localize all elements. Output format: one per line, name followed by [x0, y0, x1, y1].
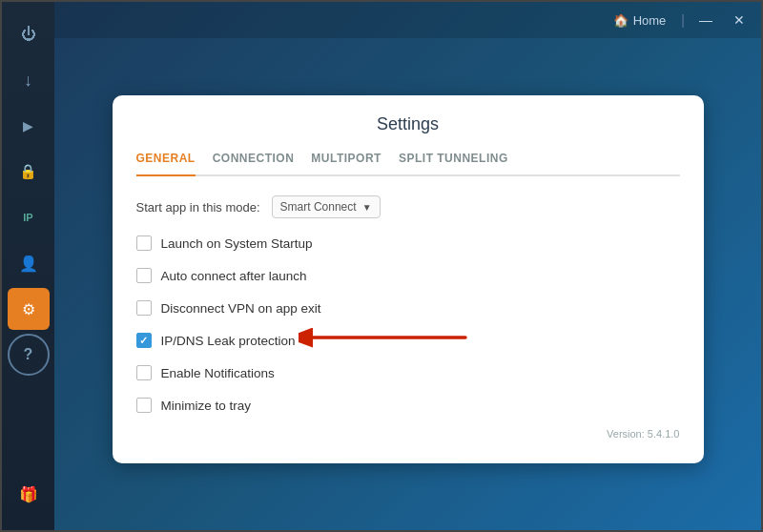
power-icon: ⏻	[21, 26, 36, 43]
tab-multiport[interactable]: MULTIPORT	[311, 150, 382, 167]
settings-panel: Settings GENERAL CONNECTION MULTIPORT SP…	[113, 95, 704, 463]
tab-connection[interactable]: CONNECTION	[213, 150, 295, 167]
sidebar-item-user[interactable]: 👤	[8, 242, 50, 284]
tabs-container: GENERAL CONNECTION MULTIPORT SPLIT TUNNE…	[136, 150, 680, 176]
label-auto-connect[interactable]: Auto connect after launch	[161, 269, 307, 283]
checkbox-minimize-tray[interactable]	[136, 398, 152, 413]
version-label: Version: 5.4.1.0	[136, 428, 680, 440]
home-label: Home	[633, 13, 667, 28]
app-container: ⏻ ↓ ▶ 🔒 IP 👤 ⚙ ? 🎁 🏠	[2, 2, 761, 530]
checkbox-row-launch-startup: Launch on System Startup	[136, 234, 680, 253]
play-icon: ▶	[23, 118, 33, 133]
settings-icon: ⚙	[22, 300, 35, 318]
checkbox-row-auto-connect: Auto connect after launch	[136, 266, 680, 285]
label-notifications[interactable]: Enable Notifications	[161, 366, 275, 380]
checkbox-row-notifications: Enable Notifications	[136, 363, 680, 382]
home-button[interactable]: 🏠 Home	[606, 10, 674, 31]
label-ip-dns[interactable]: IP/DNS Leak protection	[161, 334, 296, 348]
lock-icon: 🔒	[19, 163, 37, 180]
label-minimize-tray[interactable]: Minimize to tray	[161, 399, 252, 413]
user-icon: 👤	[19, 255, 38, 273]
minimize-button[interactable]: —	[692, 10, 719, 31]
checkbox-row-minimize-tray: Minimize to tray	[136, 396, 680, 415]
top-bar: 🏠 Home | — ✕	[54, 2, 761, 38]
main-area: 🏠 Home | — ✕ Settings GENERAL CONNECTION…	[54, 2, 761, 530]
settings-title: Settings	[136, 114, 680, 134]
checkbox-auto-connect[interactable]	[136, 268, 152, 283]
tab-split-tunneling[interactable]: SPLIT TUNNELING	[399, 150, 508, 167]
start-mode-value: Smart Connect	[280, 200, 357, 214]
checkbox-row-disconnect-exit: Disconnect VPN on app exit	[136, 298, 680, 317]
sidebar-item-lock[interactable]: 🔒	[8, 151, 50, 193]
ip-icon: IP	[23, 212, 32, 223]
home-icon: 🏠	[613, 13, 629, 28]
sidebar-item-help[interactable]: ?	[8, 334, 50, 376]
content-area: Settings GENERAL CONNECTION MULTIPORT SP…	[54, 38, 761, 530]
sidebar-item-power[interactable]: ⏻	[8, 13, 50, 55]
start-mode-row: Start app in this mode: Smart Connect ▼	[136, 195, 680, 218]
tab-general[interactable]: GENERAL	[136, 150, 196, 176]
close-button[interactable]: ✕	[727, 10, 752, 31]
gift-icon: 🎁	[19, 485, 38, 503]
label-disconnect-exit[interactable]: Disconnect VPN on app exit	[161, 301, 321, 316]
checkbox-launch-startup[interactable]	[136, 235, 152, 251]
checkbox-row-ip-dns: IP/DNS Leak protection	[136, 331, 680, 350]
sidebar-item-play[interactable]: ▶	[8, 105, 50, 147]
start-mode-label: Start app in this mode:	[136, 200, 260, 215]
red-arrow-annotation	[299, 323, 470, 352]
sidebar-item-settings[interactable]: ⚙	[8, 288, 50, 330]
checkbox-notifications[interactable]	[136, 365, 152, 380]
start-mode-select[interactable]: Smart Connect ▼	[272, 195, 381, 218]
checkbox-ip-dns[interactable]	[136, 333, 152, 348]
download-icon: ↓	[24, 71, 32, 91]
sidebar-item-gift[interactable]: 🎁	[8, 473, 50, 515]
sidebar-item-download[interactable]: ↓	[8, 59, 50, 101]
label-launch-startup[interactable]: Launch on System Startup	[161, 236, 313, 251]
sidebar-item-ip[interactable]: IP	[8, 196, 50, 238]
sidebar: ⏻ ↓ ▶ 🔒 IP 👤 ⚙ ? 🎁	[2, 2, 54, 530]
help-icon: ?	[24, 346, 33, 363]
top-bar-divider: |	[681, 12, 685, 28]
chevron-down-icon: ▼	[362, 202, 372, 213]
checkbox-disconnect-exit[interactable]	[136, 300, 152, 316]
